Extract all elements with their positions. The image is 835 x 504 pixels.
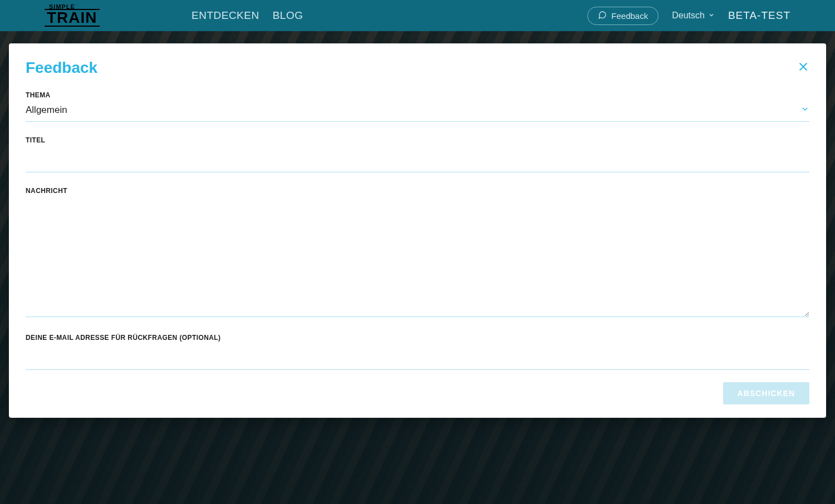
nav-links: ENTDECKEN BLOG xyxy=(191,9,303,22)
submit-button[interactable]: ABSCHICKEN xyxy=(723,382,809,404)
topic-value: Allgemein xyxy=(26,105,67,116)
close-icon xyxy=(797,65,809,75)
chevron-down-icon xyxy=(800,105,809,116)
feedback-modal: Feedback THEMA Allgemein TITEL NACHRICHT… xyxy=(9,43,826,418)
nav-discover[interactable]: ENTDECKEN xyxy=(191,9,259,22)
language-selector[interactable]: Deutsch xyxy=(672,11,715,21)
top-nav: SIMPLE TRAIN ENTDECKEN BLOG Feedback Deu… xyxy=(0,0,835,31)
feedback-button[interactable]: Feedback xyxy=(587,7,659,25)
logo[interactable]: SIMPLE TRAIN xyxy=(45,4,134,27)
topic-select[interactable]: Allgemein xyxy=(26,105,809,122)
modal-title: Feedback xyxy=(26,59,97,77)
close-button[interactable] xyxy=(797,61,809,75)
speech-bubble-icon xyxy=(598,11,607,21)
language-label: Deutsch xyxy=(672,11,705,21)
title-input[interactable] xyxy=(26,150,809,172)
email-input[interactable] xyxy=(26,347,809,370)
chevron-down-icon xyxy=(708,11,715,21)
message-textarea[interactable] xyxy=(26,200,809,317)
modal-actions: ABSCHICKEN xyxy=(26,382,809,404)
topic-label: THEMA xyxy=(26,91,809,99)
beta-test-link[interactable]: BETA-TEST xyxy=(728,9,790,22)
feedback-button-label: Feedback xyxy=(611,11,648,21)
email-label: DEINE E-MAIL ADRESSE FÜR RÜCKFRAGEN (OPT… xyxy=(26,334,809,342)
logo-text-big: TRAIN xyxy=(45,9,100,27)
message-label: NACHRICHT xyxy=(26,187,809,195)
modal-header: Feedback xyxy=(26,59,809,77)
nav-blog[interactable]: BLOG xyxy=(273,9,303,22)
title-label: TITEL xyxy=(26,136,809,144)
